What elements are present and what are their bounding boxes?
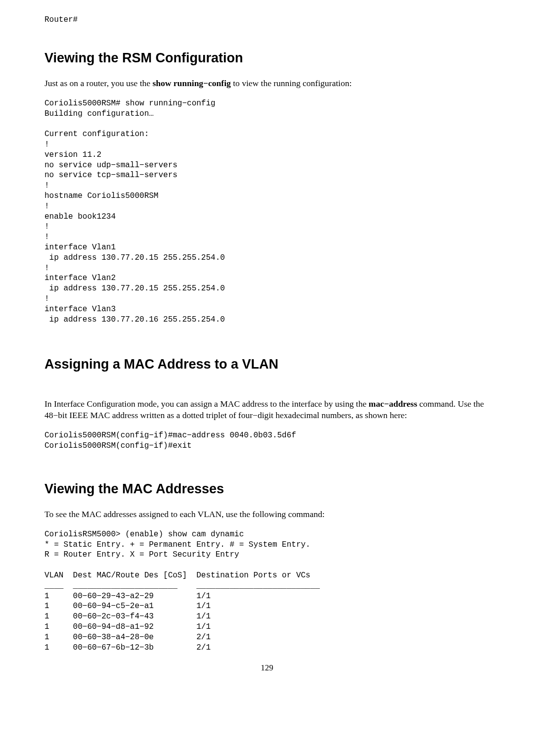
code-mac-address: Coriolis5000RSM(config−if)#mac−address 0… xyxy=(44,430,490,451)
top-code-line: Router# xyxy=(44,15,490,25)
heading-mac-assign: Assigning a MAC Address to a VLAN xyxy=(44,355,490,373)
para-mac-assign: In Interface Configuration mode, you can… xyxy=(44,398,490,422)
code-running-config: Coriolis5000RSM# show running−config Bui… xyxy=(44,98,490,325)
intro-text-after: to view the running configuration: xyxy=(231,78,352,88)
intro-text-before: Just as on a router, you use the xyxy=(44,78,153,88)
page-number: 129 xyxy=(44,662,490,674)
mac-para-before: In Interface Configuration mode, you can… xyxy=(44,399,369,409)
intro-bold-command: show running−config xyxy=(153,78,231,88)
code-show-cam: CoriolisRSM5000> (enable) show cam dynam… xyxy=(44,529,490,653)
mac-para-bold: mac−address xyxy=(369,399,417,409)
heading-mac-view: Viewing the MAC Addresses xyxy=(44,480,490,498)
para-rsm-intro: Just as on a router, you use the show ru… xyxy=(44,78,490,90)
para-mac-view-intro: To see the MAC addresses assigned to eac… xyxy=(44,509,490,520)
heading-rsm-config: Viewing the RSM Configuration xyxy=(44,49,490,67)
